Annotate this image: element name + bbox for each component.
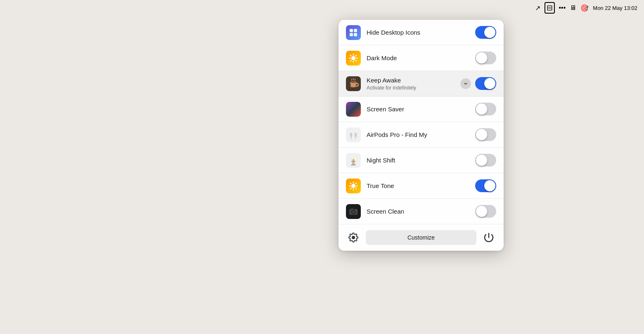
customize-label: Customize: [407, 234, 435, 241]
screen-clean-toggle[interactable]: [475, 205, 496, 218]
svg-rect-16: [351, 137, 352, 139]
screen-clean-label: Screen Clean: [367, 207, 475, 216]
one-switch-icon[interactable]: ⊟: [545, 2, 555, 14]
menu-item-screen-saver[interactable]: Screen Saver: [339, 96, 504, 122]
svg-rect-1: [354, 29, 357, 32]
screen-saver-icon: [346, 102, 361, 117]
ellipsis-icon[interactable]: •••: [559, 4, 566, 12]
airpods-toggle-thumb: [476, 129, 487, 140]
hide-desktop-text: Hide Desktop Icons: [367, 28, 475, 37]
settings-button[interactable]: [346, 230, 361, 245]
keep-awake-toggle[interactable]: [475, 77, 496, 90]
svg-line-29: [350, 183, 351, 183]
svg-rect-18: [355, 137, 356, 139]
airpods-text: AirPods Pro - Find My: [367, 131, 475, 139]
airpods-icon: [346, 127, 361, 142]
dark-mode-text: Dark Mode: [367, 54, 475, 62]
svg-point-14: [350, 81, 357, 83]
night-shift-icon: [346, 153, 361, 168]
hide-desktop-toggle-thumb: [484, 27, 495, 38]
power-button[interactable]: [481, 230, 496, 245]
svg-rect-37: [351, 208, 353, 209]
color-wheel-icon[interactable]: 🎯: [580, 4, 589, 12]
svg-line-9: [350, 55, 351, 56]
keep-awake-label: Keep Awake: [367, 76, 460, 85]
svg-rect-0: [350, 29, 353, 32]
screen-saver-toggle-thumb: [476, 103, 487, 115]
screen-clean-icon: [346, 204, 361, 219]
svg-point-38: [356, 209, 357, 210]
menu-item-dark-mode[interactable]: Dark Mode: [339, 45, 504, 71]
location-icon: ↗: [535, 4, 540, 12]
screen-clean-toggle-thumb: [476, 206, 487, 217]
menu-item-keep-awake[interactable]: Keep Awake Activate for indefinitely: [339, 71, 504, 96]
svg-rect-2: [350, 33, 353, 36]
datetime-display: Mon 22 May 13:02: [593, 5, 637, 11]
night-shift-text: Night Shift: [367, 156, 475, 165]
customize-button[interactable]: Customize: [366, 230, 476, 245]
svg-point-24: [351, 184, 355, 188]
menu-item-night-shift[interactable]: Night Shift: [339, 148, 504, 173]
bottom-bar: Customize: [339, 224, 504, 251]
popup-panel: Hide Desktop Icons Dark Mode: [339, 20, 504, 251]
svg-line-10: [355, 60, 356, 61]
dark-mode-toggle[interactable]: [475, 52, 496, 64]
true-tone-toggle-thumb: [484, 180, 495, 191]
svg-point-22: [353, 160, 354, 161]
menu-item-screen-clean[interactable]: Screen Clean: [339, 199, 504, 224]
svg-line-32: [350, 188, 351, 189]
keep-awake-icon: [346, 76, 361, 91]
keep-awake-text: Keep Awake Activate for indefinitely: [367, 76, 460, 91]
dark-mode-label: Dark Mode: [367, 54, 475, 62]
night-shift-label: Night Shift: [367, 156, 475, 165]
svg-rect-23: [351, 165, 356, 165]
screen-saver-toggle[interactable]: [475, 103, 496, 115]
menu-item-airpods[interactable]: AirPods Pro - Find My: [339, 122, 504, 148]
svg-rect-17: [355, 133, 357, 137]
screen-saver-label: Screen Saver: [367, 105, 475, 113]
svg-line-12: [350, 60, 351, 61]
night-shift-toggle-thumb: [476, 155, 487, 166]
true-tone-icon: [346, 179, 361, 193]
svg-line-30: [355, 188, 356, 189]
keep-awake-toggle-thumb: [484, 78, 495, 89]
hide-desktop-label: Hide Desktop Icons: [367, 28, 475, 37]
airpods-toggle[interactable]: [475, 128, 496, 141]
airpods-label: AirPods Pro - Find My: [367, 131, 475, 139]
svg-point-4: [351, 56, 355, 60]
svg-line-31: [355, 183, 356, 183]
night-shift-toggle[interactable]: [475, 154, 496, 167]
screen-saver-text: Screen Saver: [367, 105, 475, 113]
true-tone-toggle[interactable]: [475, 179, 496, 192]
svg-rect-19: [352, 162, 355, 165]
dark-mode-toggle-thumb: [476, 52, 487, 64]
svg-rect-15: [350, 133, 352, 137]
menu-item-true-tone[interactable]: True Tone: [339, 173, 504, 199]
menu-item-hide-desktop[interactable]: Hide Desktop Icons: [339, 20, 504, 45]
display-icon[interactable]: 🖥: [570, 4, 576, 12]
true-tone-label: True Tone: [367, 182, 475, 190]
svg-line-11: [355, 55, 356, 56]
hide-desktop-icon: [346, 25, 361, 40]
hide-desktop-toggle[interactable]: [475, 26, 496, 39]
true-tone-text: True Tone: [367, 182, 475, 190]
svg-rect-3: [354, 33, 357, 36]
svg-point-36: [353, 211, 354, 213]
dark-mode-icon: [346, 51, 361, 66]
screen-clean-text: Screen Clean: [367, 207, 475, 216]
keep-awake-chevron[interactable]: [460, 78, 471, 89]
keep-awake-sublabel: Activate for indefinitely: [367, 85, 460, 91]
menubar: ↗ ⊟ ••• 🖥 🎯 Mon 22 May 13:02: [0, 0, 644, 16]
